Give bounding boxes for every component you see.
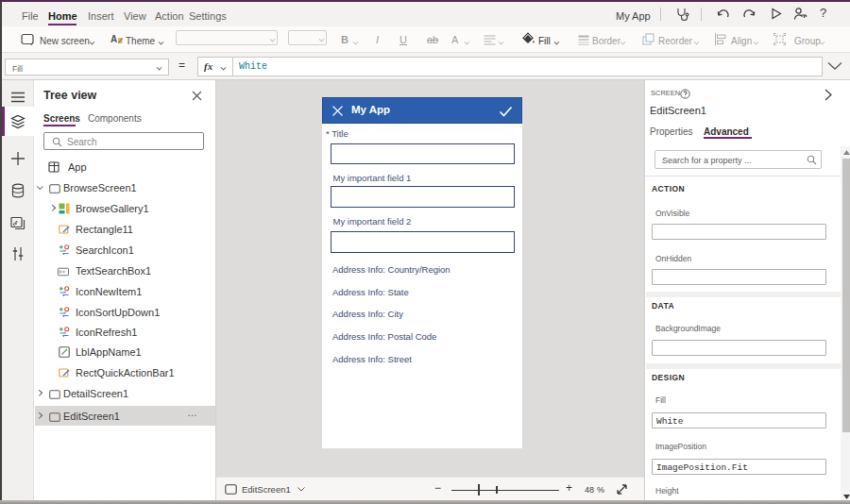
svg-text:A: A bbox=[110, 34, 117, 44]
